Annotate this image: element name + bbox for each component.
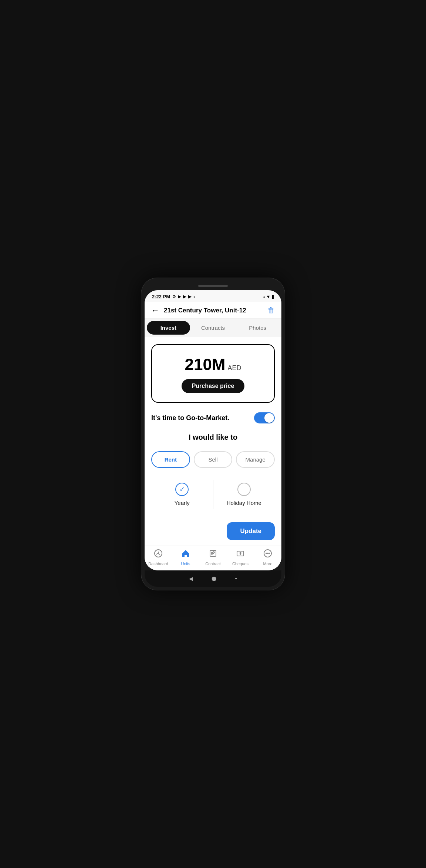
intent-options: Rent Sell Manage: [151, 451, 275, 468]
cheques-icon: $: [236, 549, 245, 560]
rental-type-row: ✓ Yearly Holiday Home: [151, 476, 275, 513]
dashboard-icon: [154, 549, 163, 560]
status-bar: 2:22 PM ⊙ ▶ ▶ ▶ • ⬦ ▾ ▮: [145, 290, 281, 302]
would-like-title: I would like to: [151, 433, 275, 442]
delete-button[interactable]: 🗑: [267, 306, 275, 315]
toggle-knob: [264, 413, 274, 423]
option-manage[interactable]: Manage: [236, 451, 275, 468]
update-row: Update: [151, 521, 275, 543]
price-value: 210M: [185, 355, 225, 374]
main-content: 210M AED Purchase price It's time to Go-…: [145, 337, 281, 546]
signal-icon: ⬦: [263, 295, 265, 299]
tab-invest[interactable]: Invest: [147, 321, 190, 335]
option-sell[interactable]: Sell: [194, 451, 233, 468]
svg-text:$: $: [240, 552, 241, 555]
gtm-text: It's time to Go-to-Market.: [151, 414, 229, 422]
nav-units[interactable]: Units: [172, 549, 199, 566]
header: ← 21st Century Tower, Unit-12 🗑: [145, 302, 281, 319]
android-nav: ◀ ⬤ ▪: [145, 570, 281, 587]
svg-point-6: [267, 553, 268, 554]
status-time: 2:22 PM: [152, 294, 170, 299]
units-nav-label: Units: [181, 562, 190, 566]
update-button[interactable]: Update: [227, 522, 275, 540]
yt-icon-3: ▶: [188, 294, 191, 299]
price-label-badge: Purchase price: [182, 379, 245, 393]
android-home[interactable]: ⬤: [212, 576, 216, 581]
dot-icon: •: [193, 295, 195, 299]
tab-bar: Invest Contracts Photos: [145, 319, 281, 337]
rental-type-yearly[interactable]: ✓ Yearly: [151, 479, 213, 510]
tab-photos[interactable]: Photos: [236, 321, 279, 335]
would-like-section: I would like to: [151, 433, 275, 443]
gtm-toggle[interactable]: [254, 412, 275, 423]
more-icon: [263, 549, 272, 560]
price-card: 210M AED Purchase price: [151, 344, 275, 403]
contract-icon: [209, 549, 217, 560]
android-recent[interactable]: ▪: [235, 575, 237, 582]
check-icon: ⊙: [172, 294, 176, 299]
more-nav-label: More: [263, 562, 272, 566]
yearly-check-icon: ✓: [175, 483, 189, 496]
nav-cheques[interactable]: $ Cheques: [227, 549, 254, 566]
holiday-radio-icon: [237, 483, 251, 496]
rental-type-holiday[interactable]: Holiday Home: [213, 479, 275, 510]
yearly-label: Yearly: [175, 500, 190, 506]
dashboard-nav-label: Dashboard: [148, 562, 168, 566]
nav-contract[interactable]: Contract: [199, 549, 227, 566]
price-amount-display: 210M AED: [185, 355, 241, 374]
bottom-nav: Dashboard Units: [145, 546, 281, 570]
gtm-row: It's time to Go-to-Market.: [151, 411, 275, 425]
back-button[interactable]: ←: [151, 306, 159, 315]
wifi-icon: ▾: [267, 294, 270, 299]
battery-icon: ▮: [271, 294, 274, 299]
page-title: 21st Century Tower, Unit-12: [164, 307, 263, 314]
nav-more[interactable]: More: [254, 549, 281, 566]
svg-point-5: [266, 553, 267, 554]
nav-dashboard[interactable]: Dashboard: [145, 549, 172, 566]
holiday-label: Holiday Home: [227, 500, 261, 506]
contract-nav-label: Contract: [205, 562, 221, 566]
yt-icon-2: ▶: [183, 294, 186, 299]
units-icon: [181, 549, 190, 560]
price-currency: AED: [228, 364, 241, 372]
android-back[interactable]: ◀: [189, 576, 193, 582]
svg-point-7: [269, 553, 270, 554]
tab-contracts[interactable]: Contracts: [192, 321, 235, 335]
option-rent[interactable]: Rent: [151, 451, 190, 468]
yt-icon-1: ▶: [178, 294, 181, 299]
cheques-nav-label: Cheques: [232, 562, 248, 566]
